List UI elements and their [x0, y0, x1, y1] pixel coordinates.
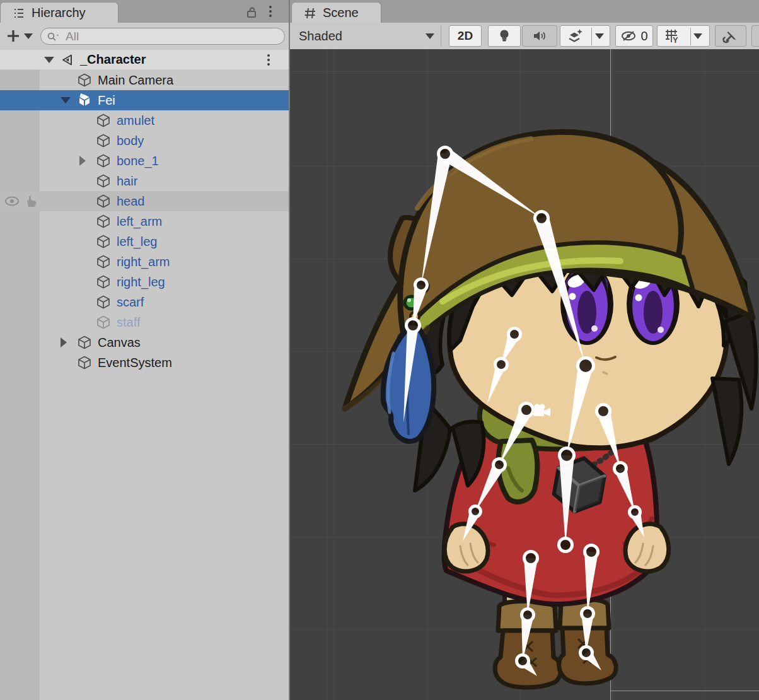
scene-lighting-button[interactable] — [488, 25, 521, 47]
hierarchy-tree: _Character Main Camera — [0, 50, 289, 700]
row-label: bone_1 — [117, 154, 159, 168]
scene-effects-button[interactable] — [560, 25, 610, 47]
wrench-pencil-icon — [722, 28, 739, 44]
cube-icon — [96, 274, 111, 289]
row-label: staff — [117, 315, 140, 330]
foldout-right-icon[interactable] — [79, 156, 86, 166]
cube-icon — [96, 254, 111, 269]
svg-text:Y: Y — [673, 35, 678, 44]
foldout-down-icon[interactable] — [61, 97, 71, 103]
hierarchy-tabbar: Hierarchy — [0, 0, 289, 23]
cube-icon — [96, 295, 111, 310]
create-dropdown-caret-icon[interactable] — [24, 33, 33, 39]
tab-scene[interactable]: Scene — [291, 2, 381, 23]
draw-mode-caret-icon — [426, 33, 434, 39]
hierarchy-row[interactable]: left_arm — [0, 211, 289, 231]
scene-grid-icon — [303, 6, 317, 20]
component-tools-button[interactable] — [715, 25, 746, 47]
hierarchy-toolbar — [0, 23, 289, 50]
hierarchy-row[interactable]: amulet — [0, 110, 289, 131]
eye-slash-icon — [620, 28, 638, 44]
cube-icon — [96, 113, 111, 128]
cube-icon — [96, 133, 111, 148]
hierarchy-panel: Hierarchy — [0, 0, 289, 700]
scene-panel: Scene Shaded 2D — [289, 0, 759, 700]
scene-viewport[interactable] — [290, 49, 759, 700]
hierarchy-row[interactable]: EventSystem — [0, 353, 289, 373]
effects-dropdown-caret-icon[interactable] — [595, 33, 604, 39]
hierarchy-row[interactable]: body — [0, 131, 289, 151]
cube-icon — [96, 234, 111, 249]
row-label: Fei — [98, 93, 115, 108]
draw-mode-dropdown[interactable]: Shaded — [293, 25, 441, 47]
hierarchy-row-selected[interactable]: Fei — [0, 90, 289, 110]
hierarchy-tab-label: Hierarchy — [32, 6, 86, 20]
search-icon — [46, 30, 61, 43]
divider — [690, 28, 691, 45]
search-input[interactable] — [64, 29, 279, 44]
row-label: amulet — [117, 114, 154, 128]
hierarchy-row-disabled[interactable]: staff — [0, 312, 289, 332]
divider — [591, 28, 592, 45]
hierarchy-row[interactable]: left_leg — [0, 231, 289, 252]
bone-rig-overlay[interactable] — [290, 49, 759, 700]
scene-row-kebab-icon[interactable] — [267, 54, 270, 66]
cube-icon — [77, 73, 92, 88]
hierarchy-row[interactable]: Canvas — [0, 332, 289, 353]
cube-icon — [96, 214, 111, 229]
cube-icon — [96, 194, 111, 209]
scene-header-row[interactable]: _Character — [0, 50, 289, 70]
hierarchy-row[interactable]: bone_1 — [0, 151, 289, 171]
row-label: right_arm — [117, 255, 170, 269]
hierarchy-row[interactable]: hair — [0, 171, 289, 191]
effects-layers-icon — [566, 27, 584, 45]
cube-icon — [96, 153, 111, 168]
scene-tabbar: Scene — [290, 0, 759, 23]
hierarchy-row[interactable]: right_leg — [0, 272, 289, 292]
scene-audio-button[interactable] — [522, 25, 557, 47]
cube-icon — [77, 355, 92, 370]
cube-icon — [77, 335, 92, 350]
hierarchy-search[interactable] — [40, 28, 285, 45]
prefab-open-box-icon — [77, 93, 92, 108]
row-label: EventSystem — [98, 356, 172, 370]
scene-grid-visibility-button[interactable]: Y — [657, 25, 710, 47]
tab-hierarchy[interactable]: Hierarchy — [0, 2, 119, 23]
scene-foldout-icon[interactable] — [44, 57, 54, 63]
create-plus-button[interactable] — [5, 28, 21, 44]
unity-scene-icon — [59, 52, 74, 67]
row-label: hair — [117, 174, 137, 189]
cube-icon — [96, 173, 111, 189]
hierarchy-row[interactable]: Main Camera — [0, 70, 289, 90]
row-label: Main Camera — [98, 73, 173, 88]
hierarchy-row[interactable]: scarf — [0, 292, 289, 312]
row-label: left_leg — [117, 235, 158, 249]
visibility-eye-icon[interactable] — [4, 194, 20, 208]
unity-editor-window: Hierarchy — [0, 0, 759, 700]
hierarchy-row[interactable]: right_arm — [0, 252, 289, 272]
speaker-icon — [531, 28, 548, 44]
toggle-2d-button[interactable]: 2D — [449, 25, 482, 47]
hidden-count-label: 0 — [640, 29, 647, 44]
row-label: Canvas — [98, 335, 141, 350]
row-label: right_leg — [117, 275, 165, 289]
hierarchy-list-icon — [12, 6, 26, 20]
unlock-icon[interactable] — [245, 5, 258, 19]
scene-name-label: _Character — [80, 52, 146, 67]
hierarchy-row-hovered[interactable]: head — [0, 191, 289, 211]
hierarchy-menu-kebab-icon[interactable] — [269, 6, 272, 17]
picking-hand-icon[interactable] — [24, 194, 39, 208]
scene-visibility-button[interactable]: 0 — [615, 25, 653, 47]
scene-toolbar: Shaded 2D — [290, 23, 759, 50]
scene-camera-button[interactable] — [751, 25, 759, 47]
draw-mode-label: Shaded — [299, 29, 342, 44]
row-label: left_arm — [117, 214, 162, 229]
grid-dropdown-caret-icon[interactable] — [693, 33, 702, 39]
2d-label: 2D — [458, 29, 473, 43]
row-label: scarf — [117, 295, 144, 310]
grid-icon: Y — [664, 28, 681, 44]
foldout-right-icon[interactable] — [61, 337, 67, 347]
row-label: body — [117, 134, 144, 148]
cube-icon — [96, 315, 111, 330]
scene-tab-label: Scene — [323, 6, 359, 20]
